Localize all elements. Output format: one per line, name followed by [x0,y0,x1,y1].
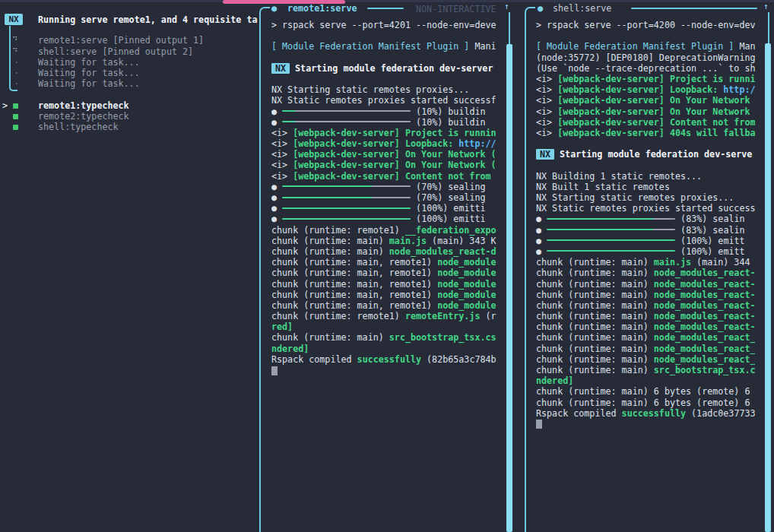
task-row[interactable]: remote2:typecheck [0,111,259,122]
running-dot-icon: ● [271,3,277,14]
terminal-line: chunk (runtime: remote1) __federation_ex… [271,225,500,236]
terminal-text: Starting module federation dev-serve [560,149,752,160]
terminal-text: ● [271,203,282,214]
terminal-line: NXStarting module federation dev-server [271,63,500,74]
terminal-line [271,365,500,375]
terminal-line: chunk (runtime: main) src_bootstrap_tsx.… [536,365,755,375]
scrollbar-up-arrow[interactable]: ↑ [504,2,509,12]
nx-logo-badge: NX [5,14,23,25]
terminal-text: chunk (runtime: main) [271,332,389,343]
terminal-text: chunk (runtime: main) [271,246,389,257]
waiting-dot-icon: · [14,57,19,68]
terminal-text: <i> [536,106,557,117]
progress-bar [282,185,411,187]
terminal-text: chunk (runtime: main) [536,279,654,290]
terminal-text: chunk (runtime: main) [536,300,654,311]
terminal-text: [webpack-dev-server] Loopback: [293,138,458,149]
task-row[interactable]: ·Waiting for task... [0,57,259,68]
task-label: remote1:typecheck [38,100,129,111]
terminal-line: chunk (runtime: main, remote1) node_modu… [271,279,500,290]
terminal-line: <i> [webpack-dev-server] On Your Network [536,95,755,106]
task-label: remote1:serve [Pinned output 1] [38,35,204,46]
terminal-text: chunk (runtime: remote1) [271,225,405,236]
terminal-line: <i> [webpack-dev-server] On Your Network [536,106,755,117]
terminal-line: chunk (runtime: main) 6 bytes (remote) 6 [536,386,755,397]
progress-bar [547,250,675,252]
nx-tui-screen: NX Running serve remote1, and 4 requisit… [0,0,774,532]
terminal-text: ● [271,192,282,203]
terminal-line: chunk (runtime: main) node_modules_react… [536,332,755,343]
terminal-text: chunk (runtime: main) [536,268,654,278]
terminal-line [536,160,755,170]
task-row[interactable]: ⠙remote1:serve [Pinned output 1] [0,35,259,46]
terminal-text: [webpack-dev-server] Project is runnin [293,128,496,138]
terminal-text: NX Building 1 static remotes... [536,171,702,182]
terminal-text: http:/ [723,84,755,95]
terminal-line: chunk (runtime: main, remote1) node_modu… [271,290,500,300]
terminal-line: chunk (runtime: main) node_modules_react… [271,246,500,257]
terminal-text: chunk (runtime: remote1) [271,311,405,321]
terminal-text: [webpack-dev-server] Content not from [293,171,490,182]
terminal-text: [webpack-dev-server] On Your Network ( [293,160,496,170]
terminal-line: <i> [webpack-dev-server] Content not fro… [536,117,755,128]
terminal-text: NX Starting static remotes proxies... [536,192,734,203]
terminal-text: [webpack-dev-server] Content not from [557,117,755,128]
terminal-line: ● (70%) sealing [271,182,500,192]
task-row[interactable]: ·Waiting for task... [0,68,259,78]
terminal-line: <i> [webpack-dev-server] Project is runn… [536,74,755,84]
task-label: Waiting for task... [38,57,140,68]
terminal-line: chunk (runtime: main, remote1) node_modu… [271,257,500,268]
task-row[interactable]: >remote1:typecheck [0,100,259,111]
terminal-line: ● (83%) sealin [536,214,755,224]
scrollbar-track[interactable] [509,12,510,44]
terminal-line [271,52,500,63]
scrollbar-thumb[interactable] [765,43,771,532]
task-label: Waiting for task... [38,68,140,78]
terminal-text: node_modules_react-d [389,246,496,257]
title-rule [631,8,757,9]
progress-bar [547,218,675,220]
terminal-text: chunk (runtime: main, remote1) [271,300,437,311]
task-row[interactable]: shell:typecheck [0,122,259,132]
terminal-text: (1adc0e37733 [686,408,755,419]
panel-border [259,7,270,532]
progress-bar [282,197,411,198]
terminal-text: chunk (runtime: main) [536,257,654,268]
task-row[interactable]: ⠙shell:serve [Pinned output 2] [0,46,259,57]
scrollbar-up-arrow[interactable]: ↑ [763,2,769,12]
scrollbar-thumb[interactable] [506,44,512,532]
terminal-text: successfully [622,408,686,419]
terminal-line: NX Starting static remotes proxies... [271,84,500,95]
terminal-text: <i> [271,138,293,149]
terminal-text: (82b65a3c784b [421,354,496,365]
terminal-text: <i> [536,84,557,95]
terminal-text: (Use `node --trace-deprecation ...` to s… [536,63,755,74]
terminal-text: <i> [536,128,557,138]
title-rule [367,8,404,9]
terminal-line: (Use `node --trace-deprecation ...` to s… [536,63,755,74]
scrollbar-track[interactable] [768,12,769,43]
terminal-text: node_modules_react- [654,290,755,300]
terminal-line: [ Module Federation Manifest Plugin ] Ma… [271,41,500,52]
task-list-title: Running serve remote1, and 4 requisite t… [38,14,259,25]
terminal-text: (100%) emitt [675,246,744,257]
spinner-icon: ⠙ [12,35,17,46]
terminal-text: ● [536,225,547,236]
progress-bar [282,207,411,209]
terminal-text: Man [734,41,755,52]
terminal-text: http:// [458,138,496,149]
terminal-line: <i> [webpack-dev-server] On Your Network… [271,160,500,170]
terminal-line: chunk (runtime: main, remote1) node_modu… [271,268,500,278]
terminal-text: > rspack serve --port=4201 --node-env=de… [271,20,496,30]
task-row[interactable]: ·Waiting for task... [0,78,259,89]
task-success-square-icon [13,114,18,119]
terminal-text: <i> [536,95,557,106]
terminal-line: <i> [webpack-dev-server] Project is runn… [271,128,500,138]
terminal-line: chunk (runtime: main) src_bootstrap_tsx.… [271,332,500,343]
panel-title: shell:serve [553,3,611,14]
terminal-output: > rspack serve --port=4200 --node-env=de… [536,20,755,429]
terminal-text: node_module [437,290,496,300]
terminal-text: chunk (runtime: main, remote1) [271,268,437,278]
terminal-text: [webpack-dev-server] Project is runni [557,74,755,84]
terminal-line: chunk (runtime: main) node_modules_react… [536,354,755,365]
